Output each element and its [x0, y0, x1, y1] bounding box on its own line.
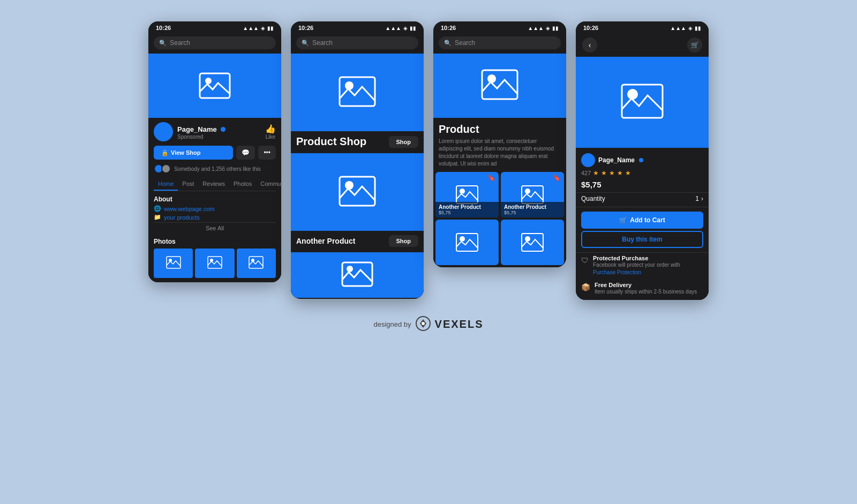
search-bar-2[interactable]: 🔍 Search: [296, 36, 418, 49]
purchase-protection-link[interactable]: Purchase Protection: [593, 269, 641, 275]
tab-post[interactable]: Post: [178, 178, 198, 191]
phone3-cover-img: [433, 54, 566, 118]
status-bar-3: 10:26 ▲▲▲ ◈ ▮▮: [433, 21, 566, 33]
photo-2[interactable]: [195, 249, 234, 278]
time-4: 10:26: [583, 25, 598, 31]
grid-img-3: [435, 220, 499, 265]
sponsored-text: Sponsored: [177, 134, 225, 140]
view-shop-button[interactable]: 🔒 View Shop: [154, 146, 233, 160]
phone-1: 10:26 ▲▲▲ ◈ ▮▮ 🔍 Search: [148, 21, 281, 282]
search-bar-1[interactable]: 🔍 Search: [154, 36, 276, 49]
protection-description: Facebook will protect your order with Pu…: [593, 261, 703, 276]
svg-point-27: [422, 322, 425, 325]
designed-by-text: designed by: [373, 320, 411, 328]
grid-item-4[interactable]: [501, 220, 564, 265]
status-bar-1: 10:26 ▲▲▲ ◈ ▮▮: [148, 21, 281, 33]
messenger-button[interactable]: 💬: [236, 146, 255, 160]
grid-item-1[interactable]: Another Product $5,75 🔖: [435, 172, 499, 217]
phone4-top-bar: ‹ 🛒: [576, 33, 709, 57]
grid-label-2: Another Product $5,75: [501, 202, 564, 217]
star-4: ★: [617, 169, 623, 177]
svg-point-15: [487, 74, 496, 83]
thumbs-up-icon: 👍: [265, 124, 276, 134]
quantity-value[interactable]: 1 ›: [695, 195, 703, 202]
chevron-right-icon: ›: [701, 195, 703, 202]
time-2: 10:26: [298, 25, 313, 31]
product-list: Product Shop Shop Another Prod: [291, 54, 424, 298]
bookmark-icon-2: 🔖: [553, 174, 561, 182]
status-bar-4: 10:26 ▲▲▲ ◈ ▮▮: [576, 21, 709, 33]
ellipsis-icon: •••: [264, 149, 270, 156]
tab-community[interactable]: Community: [256, 178, 281, 191]
see-all[interactable]: See All: [154, 222, 276, 234]
page-info: Page_Name Sponsored: [177, 124, 225, 140]
shop-button-2[interactable]: Shop: [389, 235, 419, 247]
phone-4: 10:26 ▲▲▲ ◈ ▮▮ ‹ 🛒: [576, 21, 709, 300]
grid-name-2: Another Product: [504, 204, 561, 210]
more-button[interactable]: •••: [258, 146, 276, 160]
phone3-grid: Another Product $5,75 🔖 Another: [433, 172, 566, 267]
cart-button[interactable]: 🛒: [687, 37, 702, 52]
price-display: $5,75: [576, 180, 709, 192]
photo-3[interactable]: [237, 249, 276, 278]
svg-rect-2: [167, 257, 181, 268]
image-icon-cover: [199, 72, 231, 99]
protection-text-static: Facebook will protect your order with: [593, 262, 680, 268]
quantity-label: Quantity: [581, 195, 605, 202]
grid-item-2[interactable]: Another Product $5,75 🔖: [501, 172, 564, 217]
delivery-description: Item usually ships within 2-5 business d…: [595, 288, 697, 296]
seller-name: Page_Name: [598, 156, 635, 164]
bookmark-icon-1: 🔖: [487, 174, 495, 182]
back-button[interactable]: ‹: [582, 37, 597, 52]
tab-photos[interactable]: Photos: [229, 178, 256, 191]
like-button[interactable]: 👍 Like: [265, 124, 276, 140]
signal-icon: ▲▲▲: [243, 25, 259, 31]
nav-tabs: Home Post Reviews Photos Community: [154, 178, 276, 191]
page-name: Page_Name: [177, 125, 217, 133]
buy-item-button[interactable]: Buy this item: [581, 231, 703, 248]
star-2: ★: [601, 169, 607, 177]
verified-badge: [221, 127, 225, 132]
add-to-cart-button[interactable]: 🛒 Add to Cart: [581, 212, 703, 229]
phone-3: 10:26 ▲▲▲ ◈ ▮▮ 🔍 Search: [433, 21, 566, 267]
quantity-number: 1: [695, 195, 699, 202]
star-5: ★: [625, 169, 631, 177]
avatar-1: [154, 122, 173, 141]
grid-label-1: Another Product $5,75: [435, 202, 499, 217]
search-text-3: Search: [455, 39, 475, 47]
products-link[interactable]: 📁 your products: [154, 214, 276, 221]
delivery-icon: 📦: [581, 283, 590, 291]
product-info-2: Another Product Shop: [291, 231, 424, 251]
status-icons-2: ▲▲▲ ◈ ▮▮: [385, 25, 416, 31]
phone3-description: Lorem ipsum dolor sit amet, consectetuer…: [433, 138, 566, 172]
seller-verified-badge: [639, 158, 643, 162]
messenger-icon: 💬: [242, 149, 250, 156]
about-title: About: [154, 195, 276, 203]
brand-name: VEXELS: [435, 318, 484, 330]
chevron-left-icon: ‹: [589, 41, 591, 49]
svg-point-17: [460, 189, 465, 194]
protection-title: Protected Purchase: [593, 255, 703, 261]
battery-icon-3: ▮▮: [552, 25, 559, 31]
tab-reviews[interactable]: Reviews: [198, 178, 229, 191]
status-icons-4: ▲▲▲ ◈ ▮▮: [670, 25, 701, 31]
like-avatar-2: [161, 164, 171, 174]
photo-icon-1: [166, 256, 181, 271]
status-bar-2: 10:26 ▲▲▲ ◈ ▮▮: [291, 21, 424, 33]
website-link[interactable]: 🌐 www.webpage.com: [154, 205, 276, 212]
grid-item-3[interactable]: [435, 220, 499, 265]
wifi-icon: ◈: [261, 25, 265, 31]
search-bar-3[interactable]: 🔍 Search: [439, 36, 561, 49]
likes-text: Somebody and 1,256 others like this: [174, 166, 261, 172]
signal-icon-2: ▲▲▲: [385, 25, 401, 31]
tab-home[interactable]: Home: [154, 178, 178, 191]
delivery-title: Free Delivery: [595, 282, 697, 288]
shop-button-1[interactable]: Shop: [389, 136, 419, 148]
svg-point-23: [525, 236, 530, 242]
photo-icon-3: [249, 256, 264, 271]
photo-1[interactable]: [154, 249, 193, 278]
battery-icon-4: ▮▮: [695, 25, 701, 31]
phone4-content: ‹ 🛒 Page_Name: [576, 33, 709, 300]
status-icons-3: ▲▲▲ ◈ ▮▮: [528, 25, 559, 31]
view-shop-label: View Shop: [171, 149, 200, 156]
